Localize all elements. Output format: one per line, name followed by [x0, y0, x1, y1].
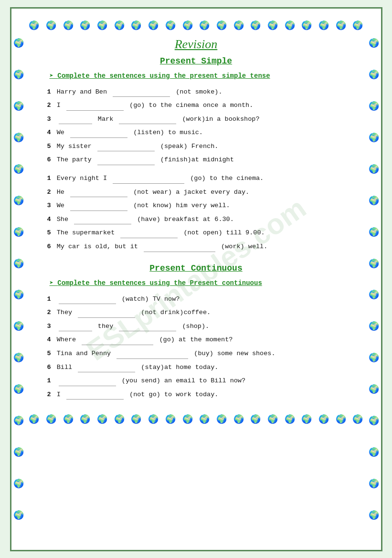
globe-icon: 🌍: [301, 414, 312, 424]
globe-icon: 🌍: [63, 414, 74, 424]
globe-icon: 🌍: [13, 478, 24, 489]
sentences-group-a: 1 Harry and Ben (not smoke). 2 I (go) to…: [45, 86, 348, 166]
globe-icon: 🌍: [369, 101, 379, 111]
globe-icon: 🌍: [148, 414, 159, 424]
section2-instruction: Complete the sentences using the Present…: [45, 279, 348, 287]
page-title: Revision: [45, 37, 348, 52]
globe-icon: 🌍: [369, 227, 379, 237]
globe-icon: 🌍: [13, 321, 24, 331]
globe-icon: 🌍: [250, 20, 261, 31]
globe-icon: 🌍: [369, 478, 379, 489]
globe-icon: 🌍: [199, 20, 210, 31]
globe-icon: 🌍: [13, 447, 24, 457]
globe-icon: 🌍: [199, 414, 210, 424]
section1-title: Present Simple: [45, 56, 348, 66]
sentence-2b: 2 He (not wear) a jacket every day.: [47, 187, 348, 198]
page: ESLprintables.com 🌍 🌍 🌍 🌍 🌍 🌍 🌍 🌍 🌍 🌍 🌍 …: [10, 7, 382, 551]
sentence-3b: 3 We (not know) him very well.: [47, 200, 348, 211]
sentence-6b: 6 My car is old, but it (work) well.: [47, 241, 348, 252]
globe-icon: 🌍: [267, 20, 278, 31]
globe-icon: 🌍: [13, 38, 24, 48]
globe-icon: 🌍: [250, 414, 261, 424]
sentence-5c: 5 Tina and Penny (buy) some new shoes.: [47, 348, 348, 359]
globe-icon: 🌍: [369, 384, 379, 394]
sentence-4a: 4 We (listen) to music.: [47, 127, 348, 138]
border-top: 🌍 🌍 🌍 🌍 🌍 🌍 🌍 🌍 🌍 🌍 🌍 🌍 🌍 🌍 🌍 🌍 🌍 🌍 🌍 🌍: [26, 18, 367, 32]
globe-icon: 🌍: [131, 20, 141, 31]
sentences-group-b: 1 Every night I (go) to the cinema. 2 He…: [45, 173, 348, 252]
globe-icon: 🌍: [13, 510, 24, 520]
globe-icon: 🌍: [352, 414, 363, 424]
globe-icon: 🌍: [369, 415, 379, 426]
sentence-1c: 1 (watch) TV now?: [47, 294, 348, 305]
globe-icon: 🌍: [13, 384, 24, 394]
globe-icon: 🌍: [285, 20, 295, 31]
globe-icon: 🌍: [97, 414, 107, 424]
sentence-6a: 6 The party (finish)at midnight: [47, 154, 348, 165]
globe-icon: 🌍: [80, 20, 90, 31]
globe-icon: 🌍: [233, 414, 244, 424]
globe-icon: 🌍: [114, 20, 125, 31]
globe-icon: 🌍: [165, 20, 176, 31]
sentence-4b: 4 She (have) breakfast at 6.30.: [47, 214, 348, 225]
section1-instruction: Complete the sentences using the present…: [45, 72, 348, 80]
globe-icon: 🌍: [182, 414, 193, 424]
sentence-2c: 2 They (not drink)coffee.: [47, 307, 348, 318]
globe-icon: 🌍: [216, 20, 227, 31]
globe-icon: 🌍: [369, 69, 379, 80]
globe-icon: 🌍: [369, 321, 379, 331]
globe-icon: 🌍: [301, 20, 312, 31]
globe-icon: 🌍: [336, 414, 346, 424]
sentence-6c: 6 Bill (stay)at home today.: [47, 362, 348, 373]
globe-icon: 🌍: [13, 164, 24, 174]
globe-icon: 🌍: [13, 227, 24, 237]
sentence-5b: 5 The supermarket (not open) till 9.00.: [47, 227, 348, 238]
border-right: 🌍 🌍 🌍 🌍 🌍 🌍 🌍 🌍 🌍 🌍 🌍 🌍 🌍 🌍 🌍 🌍: [369, 28, 379, 531]
globe-icon: 🌍: [13, 101, 24, 111]
globe-icon: 🌍: [267, 414, 278, 424]
globe-icon: 🌍: [369, 510, 379, 520]
sentence-3a: 3 Mark (work)in a bookshop?: [47, 114, 348, 125]
globe-icon: 🌍: [29, 20, 39, 31]
globe-icon: 🌍: [336, 20, 346, 31]
globe-icon: 🌍: [114, 414, 125, 424]
globe-icon: 🌍: [285, 414, 295, 424]
globe-icon: 🌍: [46, 414, 56, 424]
sentence-5a: 5 My sister (speak) French.: [47, 141, 348, 152]
main-content: Revision Present Simple Complete the sen…: [26, 32, 367, 412]
globe-icon: 🌍: [318, 414, 329, 424]
sentence-7c: 1 (you send) an email to Bill now?: [47, 375, 348, 386]
globe-icon: 🌍: [182, 20, 193, 31]
sentence-2a: 2 I (go) to the cinema once a month.: [47, 100, 348, 111]
globe-icon: 🌍: [369, 258, 379, 269]
globe-icon: 🌍: [369, 289, 379, 300]
border-left: 🌍 🌍 🌍 🌍 🌍 🌍 🌍 🌍 🌍 🌍 🌍 🌍 🌍 🌍 🌍 🌍: [13, 28, 24, 531]
globe-icon: 🌍: [233, 20, 244, 31]
globe-icon: 🌍: [352, 20, 363, 31]
border-bottom: 🌍 🌍 🌍 🌍 🌍 🌍 🌍 🌍 🌍 🌍 🌍 🌍 🌍 🌍 🌍 🌍 🌍 🌍 🌍 🌍: [26, 412, 367, 426]
globe-icon: 🌍: [13, 69, 24, 80]
globe-icon: 🌍: [369, 195, 379, 206]
globe-icon: 🌍: [369, 447, 379, 457]
globe-icon: 🌍: [13, 195, 24, 206]
sentence-4c: 4 Where (go) at the moment?: [47, 334, 348, 345]
globe-icon: 🌍: [46, 20, 56, 31]
globe-icon: 🌍: [29, 414, 39, 424]
section2-title: Present Continuous: [45, 263, 348, 273]
globe-icon: 🌍: [13, 289, 24, 300]
globe-icon: 🌍: [131, 414, 141, 424]
sentence-3c: 3 they (shop).: [47, 321, 348, 332]
globe-icon: 🌍: [13, 415, 24, 426]
globe-icon: 🌍: [80, 414, 90, 424]
globe-icon: 🌍: [369, 132, 379, 143]
globe-icon: 🌍: [369, 38, 379, 48]
sentence-1a: 1 Harry and Ben (not smoke).: [47, 86, 348, 97]
globe-icon: 🌍: [369, 352, 379, 363]
globe-icon: 🌍: [13, 132, 24, 143]
globe-icon: 🌍: [97, 20, 107, 31]
globe-icon: 🌍: [13, 352, 24, 363]
globe-icon: 🌍: [369, 164, 379, 174]
sentence-8c: 2 I (not go) to work today.: [47, 389, 348, 400]
globe-icon: 🌍: [13, 258, 24, 269]
sentences-group-c: 1 (watch) TV now? 2 They (not drink)coff…: [45, 294, 348, 400]
